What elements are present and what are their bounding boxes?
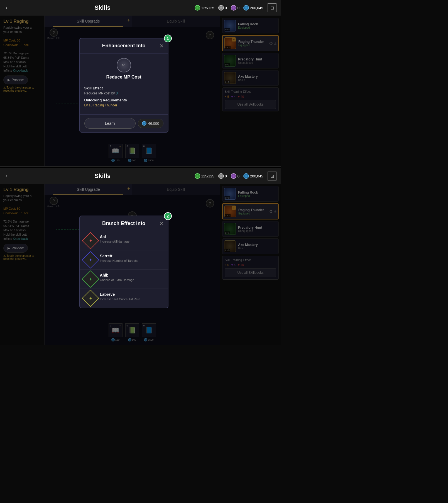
gray-value: 0: [225, 6, 227, 10]
section-divider: [0, 166, 281, 168]
exit-button-1[interactable]: ⊡: [268, 3, 276, 12]
gray-icon-2: [218, 173, 224, 179]
purple-resource-2: 0: [231, 173, 239, 179]
resources-bar-2: 125/125 0 0 200,045: [195, 173, 263, 179]
coins-icon: [243, 5, 249, 11]
modal-req-content: Lv 18 Raging Thunder: [84, 103, 163, 107]
branch-effect-info-modal: 2 Branch Effect Info ✕ ✦ Aal Increase sk…: [79, 216, 168, 308]
hp-value: 125/125: [201, 6, 214, 10]
modal-close-2[interactable]: ✕: [159, 220, 164, 227]
purple-icon-2: [231, 173, 236, 179]
screen-2: ← Skills 125/125 0 0 200,045 ⊡: [0, 168, 281, 345]
modal-icon-area-1: 0/1 Reduce MP Cost: [84, 58, 163, 80]
modal-body-1: 0/1 Reduce MP Cost Skill Effect Reduces …: [80, 53, 168, 114]
modal-title-2: Branch Effect Info: [102, 221, 145, 226]
modal-footer-1: Learn 46,000: [80, 114, 168, 132]
ahib-icon: ✦: [82, 270, 99, 287]
modal-title-1: Enhancement Info: [102, 43, 145, 49]
learn-button[interactable]: Learn: [84, 118, 136, 129]
page-title-2: Skills: [15, 172, 190, 180]
coins-value: 200,045: [250, 6, 263, 10]
purple-value: 0: [238, 6, 239, 10]
modal-overlay-2: 2 Branch Effect Info ✕ ✦ Aal Increase sk…: [0, 184, 281, 345]
modal-effect-content: Reduces MP cost by 3: [84, 91, 163, 95]
serrett-icon: ✦: [82, 251, 99, 268]
purple-value-2: 0: [238, 174, 239, 178]
modal-close-1[interactable]: ✕: [159, 43, 164, 49]
enhancement-info-modal: 1 Enhancement Info ✕ 0/1 Reduce MP Cost …: [79, 38, 168, 133]
modal-skill-icon-1: 0/1: [117, 58, 131, 72]
branch-item-labreve[interactable]: ✦ Labreve Increase Skill Critical Hit Ra…: [80, 289, 168, 308]
coins-value-2: 200,045: [250, 174, 263, 178]
gray-value-2: 0: [225, 174, 227, 178]
screen-1: ← Skills 125/125 0 0 200,045 ⊡: [0, 0, 281, 166]
page-title-1: Skills: [15, 4, 190, 11]
branch-item-aal[interactable]: ✦ Aal Increase skill damage: [80, 231, 168, 250]
modal-overlay-1: 1 Enhancement Info ✕ 0/1 Reduce MP Cost …: [0, 16, 281, 166]
resources-bar-1: 125/125 0 0 200,045: [195, 5, 263, 11]
gray-resource-2: 0: [218, 173, 227, 179]
coins-icon-2: [243, 173, 249, 179]
header-2: ← Skills 125/125 0 0 200,045 ⊡: [0, 168, 281, 184]
gray-icon: [218, 5, 224, 11]
back-button-2[interactable]: ←: [4, 172, 11, 180]
modal-effect-title: Skill Effect: [84, 86, 163, 90]
modal-number-2: 2: [164, 212, 172, 220]
back-button-1[interactable]: ←: [4, 4, 11, 11]
purple-resource: 0: [231, 5, 239, 11]
purple-icon: [231, 5, 236, 11]
branch-item-ahib[interactable]: ✦ Ahib Chance of Extra Damage: [80, 270, 168, 289]
hp-icon: [195, 5, 200, 11]
main-content-2: Lv 1 Raging Rapidly swing your a your en…: [0, 184, 281, 345]
hp-resource-2: 125/125: [195, 173, 214, 179]
modal-header-1: Enhancement Info ✕: [80, 38, 168, 53]
gray-resource: 0: [218, 5, 227, 11]
hp-value-2: 125/125: [201, 174, 214, 178]
labreve-icon: ✦: [82, 289, 99, 307]
coins-resource: 200,045: [243, 5, 263, 11]
modal-number-1: 1: [164, 35, 172, 42]
modal-req-title: Unlocking Requirements: [84, 98, 163, 102]
coins-resource-2: 200,045: [243, 173, 263, 179]
cost-badge-1: 46,000: [138, 119, 163, 128]
hp-icon-2: [195, 173, 200, 179]
hp-resource: 125/125: [195, 5, 214, 11]
modal-skill-name-1: Reduce MP Cost: [106, 75, 141, 80]
main-content-1: Lv 1 Raging Rapidly swing your a your en…: [0, 16, 281, 166]
header-1: ← Skills 125/125 0 0 200,045 ⊡: [0, 0, 281, 16]
modal-header-2: Branch Effect Info ✕: [80, 216, 168, 231]
aal-icon: ✦: [82, 232, 99, 249]
exit-button-2[interactable]: ⊡: [268, 172, 276, 180]
branch-item-serrett[interactable]: ✦ Serrett Increase Number of Targets: [80, 250, 168, 270]
